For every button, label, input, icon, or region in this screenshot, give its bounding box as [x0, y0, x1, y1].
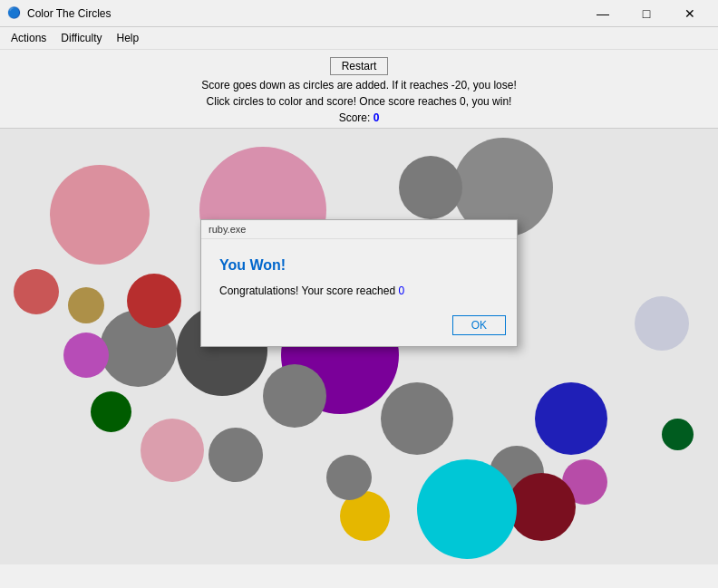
menu-actions[interactable]: Actions	[4, 30, 53, 46]
restart-button[interactable]: Restart	[330, 57, 389, 75]
header: Restart Score goes down as circles are a…	[0, 50, 718, 129]
win-dialog: ruby.exe You Won! Congratulations! Your …	[200, 219, 518, 347]
dialog-congrats: Congratulations! Your score reached 0	[219, 284, 499, 297]
title-bar: 🔵 Color The Circles — □ ✕	[0, 0, 718, 27]
game-area[interactable]: ruby.exe You Won! Congratulations! Your …	[0, 129, 718, 564]
menu-help[interactable]: Help	[109, 30, 146, 46]
score-label: Score:	[339, 111, 371, 124]
score-line: Score: 0	[339, 111, 380, 124]
close-button[interactable]: ✕	[669, 0, 711, 27]
dialog-body: You Won! Congratulations! Your score rea…	[201, 239, 517, 308]
dialog-buttons: OK	[201, 308, 517, 346]
dialog-titlebar: ruby.exe	[201, 220, 517, 239]
title-text: Color The Circles	[27, 7, 111, 20]
info-line1: Score goes down as circles are added. If…	[201, 79, 517, 92]
title-controls: — □ ✕	[582, 0, 711, 27]
menu-difficulty[interactable]: Difficulty	[53, 30, 109, 46]
app-icon: 🔵	[7, 6, 22, 21]
title-left: 🔵 Color The Circles	[7, 6, 111, 21]
dialog-score-value: 0	[398, 284, 404, 297]
congrats-prefix: Congratulations! Your score reached	[219, 284, 398, 297]
ok-button[interactable]: OK	[452, 315, 506, 335]
dialog-won-text: You Won!	[219, 257, 499, 274]
minimize-button[interactable]: —	[582, 0, 624, 27]
menu-bar: Actions Difficulty Help	[0, 27, 718, 50]
info-line2: Click circles to color and score! Once s…	[207, 95, 512, 108]
maximize-button[interactable]: □	[626, 0, 667, 27]
score-value: 0	[374, 111, 380, 124]
dialog-overlay: ruby.exe You Won! Congratulations! Your …	[0, 129, 718, 564]
